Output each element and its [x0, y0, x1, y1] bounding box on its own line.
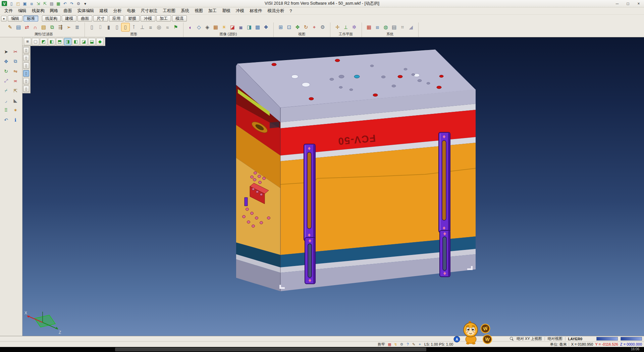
crosshair-icon[interactable]: ⌖: [417, 342, 422, 347]
menu-item-1[interactable]: 文件: [2, 7, 15, 14]
edit-attributes-icon[interactable]: ✎: [6, 23, 14, 31]
menu-item-13[interactable]: 视图: [192, 7, 206, 14]
locating-ring-icon[interactable]: ◎: [155, 23, 163, 31]
taskbar-window-button[interactable]: [115, 348, 426, 351]
menu-item-6[interactable]: 实体编辑: [75, 7, 97, 14]
view-cube-dynamic-icon[interactable]: ◆: [96, 38, 104, 45]
move-icon[interactable]: ✥: [2, 57, 10, 65]
stretch-icon[interactable]: ⤢: [2, 77, 10, 85]
shading-icon[interactable]: ◐: [186, 23, 195, 31]
view-cube-back-icon[interactable]: ◪: [80, 38, 88, 45]
save-file-icon[interactable]: ▣: [22, 1, 28, 6]
rotate-view-icon[interactable]: ↻: [302, 23, 310, 31]
explode-icon[interactable]: ✶: [11, 106, 20, 114]
render-cube-icon[interactable]: ❖: [262, 23, 270, 31]
stepped-pin-icon[interactable]: ⌷: [96, 23, 104, 31]
filter-list-icon[interactable]: ≣: [73, 23, 81, 31]
tab-left-2[interactable]: 标准: [23, 15, 38, 21]
lock-toggle[interactable]: 拴牢: [378, 342, 385, 347]
extend-icon[interactable]: ⇱: [11, 86, 20, 95]
dock-view-button-6[interactable]: ▯: [23, 86, 29, 92]
dock-view-button-2[interactable]: ▯: [23, 55, 29, 61]
tab-right-8[interactable]: 加工: [156, 15, 171, 21]
undo-view-icon[interactable]: ↶: [2, 116, 10, 124]
measure-icon[interactable]: ⌖: [310, 23, 318, 31]
dock-view-button-1[interactable]: ▯: [23, 47, 29, 53]
workplane-free-icon[interactable]: ✲: [350, 23, 358, 31]
menu-item-11[interactable]: 工程图: [160, 7, 178, 14]
select-icon[interactable]: ➤: [2, 47, 10, 56]
chain-filter-icon[interactable]: ⧉: [48, 23, 56, 31]
view-settings-icon[interactable]: ⚙: [319, 23, 327, 31]
washer-stack-icon[interactable]: ≡: [147, 23, 155, 31]
new-file-icon[interactable]: ▯: [8, 1, 14, 6]
array-icon[interactable]: ⠿: [2, 106, 10, 114]
settings-icon[interactable]: ⚙: [75, 1, 82, 6]
tab-left-1[interactable]: 编辑: [8, 15, 22, 21]
menu-item-16[interactable]: 冲模: [233, 7, 247, 14]
menu-item-7[interactable]: 建模: [97, 7, 111, 14]
quick-access-dropdown-icon[interactable]: ▾: [82, 1, 88, 6]
minimize-button[interactable]: ─: [612, 0, 623, 7]
render-flat-icon[interactable]: ▢: [32, 38, 39, 45]
flag-icon[interactable]: ⚑: [172, 23, 180, 31]
menu-item-12[interactable]: 系统: [178, 7, 192, 14]
offset-icon[interactable]: ≍: [11, 77, 20, 85]
absolute-view-label[interactable]: 绝对视图: [548, 336, 562, 341]
zoom-status-icon[interactable]: [510, 337, 514, 341]
tab-right-5[interactable]: 应用: [109, 15, 124, 21]
lighting-icon[interactable]: ☀: [220, 23, 228, 31]
menu-item-14[interactable]: 加工: [206, 7, 219, 14]
zoom-window-icon[interactable]: ⊞: [277, 23, 285, 31]
reflection-icon[interactable]: ◨: [245, 23, 253, 31]
tab-right-1[interactable]: 线架构: [42, 15, 61, 21]
ejector-pin-icon[interactable]: ▯: [88, 23, 96, 31]
menu-item-3[interactable]: 线架构: [29, 7, 47, 14]
workplane-icon[interactable]: ✛: [333, 23, 341, 31]
toolbar-options-dropdown-icon[interactable]: ▾: [1, 16, 7, 21]
plot-icon[interactable]: ▦: [55, 1, 61, 6]
os-taskbar[interactable]: 16:06: [0, 347, 644, 352]
dock-view-button-5[interactable]: ▯: [23, 78, 29, 84]
box-filter-icon[interactable]: ▧: [40, 23, 48, 31]
layer-indicator[interactable]: LAYER0: [568, 337, 582, 341]
viewport-menu-icon[interactable]: ≡: [24, 38, 31, 45]
swap-attributes-icon[interactable]: ⇄: [23, 23, 31, 31]
view-mode-label[interactable]: 绝对 XY 上视图: [517, 336, 542, 341]
info-icon[interactable]: ℹ: [11, 116, 20, 124]
menu-item-15[interactable]: 塑模: [219, 7, 233, 14]
background-icon[interactable]: ▩: [254, 23, 262, 31]
spring-icon[interactable]: ≈: [163, 23, 171, 31]
color-table-icon[interactable]: ▦: [365, 23, 373, 31]
close-button[interactable]: ×: [633, 0, 644, 7]
snap-grid-icon[interactable]: ▦: [387, 342, 392, 347]
tab-right-6[interactable]: 塑膜: [125, 15, 140, 21]
viewport-3d[interactable]: ≡▢◩◧⬒◨◧◪⬓◆ ▯▯▯▯▯▯: [22, 37, 644, 336]
import-icon[interactable]: ⇲: [35, 1, 41, 6]
save-all-icon[interactable]: ⧈: [29, 1, 35, 6]
workplane-align-icon[interactable]: ⟂: [342, 23, 350, 31]
undo-icon[interactable]: ↶: [62, 1, 68, 6]
data-table-icon[interactable]: ▤: [390, 23, 398, 31]
dock-view-button-3[interactable]: ▯: [23, 62, 29, 69]
hidden-line-icon[interactable]: ◈: [203, 23, 211, 31]
menu-item-17[interactable]: 标准件: [247, 7, 265, 14]
export-icon[interactable]: ⇱: [42, 1, 48, 6]
bolt-icon[interactable]: ⊺: [130, 23, 138, 31]
view-cube-right-icon[interactable]: ◨: [64, 38, 71, 45]
menu-item-19[interactable]: ?: [287, 8, 295, 14]
zoom-fit-icon[interactable]: ⊡: [285, 23, 293, 31]
view-cube-iso-icon[interactable]: ◩: [40, 38, 47, 45]
texture-icon[interactable]: ▦: [212, 23, 220, 31]
sleeve-pin-icon[interactable]: ▮: [105, 23, 113, 31]
maximize-button[interactable]: □: [623, 0, 633, 7]
transparency-icon[interactable]: ◙: [237, 23, 245, 31]
tab-right-4[interactable]: 尺寸: [93, 15, 108, 21]
wireframe-icon[interactable]: ◇: [195, 23, 203, 31]
assistant-mascot[interactable]: A W W: [453, 320, 496, 345]
view-cube-left-icon[interactable]: ◧: [72, 38, 79, 45]
menu-item-10[interactable]: 尺寸标注: [138, 7, 160, 14]
screen-config-icon[interactable]: ⧈: [373, 23, 381, 31]
menu-item-4[interactable]: 网格: [47, 7, 61, 14]
copy-icon[interactable]: ⧉: [11, 57, 20, 65]
